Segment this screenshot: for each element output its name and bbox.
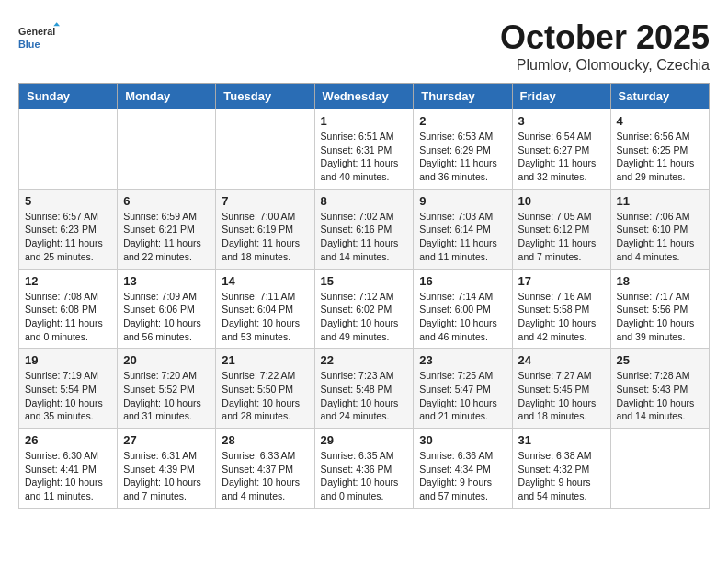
day-number: 2 bbox=[419, 114, 506, 128]
day-info: Sunrise: 6:59 AM Sunset: 6:21 PM Dayligh… bbox=[123, 210, 210, 264]
svg-text:General: General bbox=[18, 26, 55, 37]
calendar-cell: 17Sunrise: 7:16 AM Sunset: 5:58 PM Dayli… bbox=[512, 269, 610, 349]
calendar-cell: 7Sunrise: 7:00 AM Sunset: 6:19 PM Daylig… bbox=[216, 189, 314, 269]
calendar-week-row: 5Sunrise: 6:57 AM Sunset: 6:23 PM Daylig… bbox=[19, 189, 710, 269]
location-title: Plumlov, Olomoucky, Czechia bbox=[500, 57, 710, 74]
calendar-cell: 30Sunrise: 6:36 AM Sunset: 4:34 PM Dayli… bbox=[414, 429, 512, 509]
day-number: 4 bbox=[617, 114, 703, 128]
day-info: Sunrise: 7:23 AM Sunset: 5:48 PM Dayligh… bbox=[321, 369, 408, 423]
day-number: 15 bbox=[321, 274, 408, 288]
calendar-cell: 5Sunrise: 6:57 AM Sunset: 6:23 PM Daylig… bbox=[19, 189, 118, 269]
day-info: Sunrise: 7:17 AM Sunset: 5:56 PM Dayligh… bbox=[617, 290, 703, 344]
day-info: Sunrise: 6:33 AM Sunset: 4:37 PM Dayligh… bbox=[222, 449, 308, 503]
weekday-header-tuesday: Tuesday bbox=[216, 84, 314, 109]
day-info: Sunrise: 6:36 AM Sunset: 4:34 PM Dayligh… bbox=[419, 449, 506, 503]
weekday-header-friday: Friday bbox=[512, 84, 610, 109]
day-info: Sunrise: 6:57 AM Sunset: 6:23 PM Dayligh… bbox=[25, 210, 111, 264]
day-number: 8 bbox=[321, 194, 408, 208]
day-info: Sunrise: 6:38 AM Sunset: 4:32 PM Dayligh… bbox=[518, 449, 605, 503]
calendar-cell: 1Sunrise: 6:51 AM Sunset: 6:31 PM Daylig… bbox=[314, 109, 414, 190]
day-info: Sunrise: 7:14 AM Sunset: 6:00 PM Dayligh… bbox=[419, 290, 506, 344]
day-info: Sunrise: 7:16 AM Sunset: 5:58 PM Dayligh… bbox=[518, 290, 605, 344]
day-number: 6 bbox=[123, 194, 210, 208]
day-number: 22 bbox=[321, 353, 408, 367]
calendar-table: SundayMondayTuesdayWednesdayThursdayFrid… bbox=[18, 83, 710, 509]
day-number: 12 bbox=[25, 274, 111, 288]
day-number: 25 bbox=[617, 353, 703, 367]
weekday-header-sunday: Sunday bbox=[19, 84, 118, 109]
calendar-cell: 29Sunrise: 6:35 AM Sunset: 4:36 PM Dayli… bbox=[314, 429, 414, 509]
calendar-week-row: 19Sunrise: 7:19 AM Sunset: 5:54 PM Dayli… bbox=[19, 349, 710, 429]
day-info: Sunrise: 7:11 AM Sunset: 6:04 PM Dayligh… bbox=[222, 290, 308, 344]
day-info: Sunrise: 6:35 AM Sunset: 4:36 PM Dayligh… bbox=[321, 449, 408, 503]
calendar-cell: 23Sunrise: 7:25 AM Sunset: 5:47 PM Dayli… bbox=[414, 349, 512, 429]
logo: General Blue bbox=[18, 18, 64, 55]
weekday-header-wednesday: Wednesday bbox=[314, 84, 414, 109]
day-number: 29 bbox=[321, 433, 408, 447]
day-number: 14 bbox=[222, 274, 308, 288]
calendar-cell bbox=[216, 109, 314, 190]
calendar-cell: 20Sunrise: 7:20 AM Sunset: 5:52 PM Dayli… bbox=[118, 349, 216, 429]
svg-marker-2 bbox=[53, 22, 60, 26]
day-number: 27 bbox=[123, 433, 210, 447]
day-info: Sunrise: 6:31 AM Sunset: 4:39 PM Dayligh… bbox=[123, 449, 210, 503]
day-info: Sunrise: 7:09 AM Sunset: 6:06 PM Dayligh… bbox=[123, 290, 210, 344]
day-number: 28 bbox=[222, 433, 308, 447]
day-info: Sunrise: 6:54 AM Sunset: 6:27 PM Dayligh… bbox=[518, 130, 605, 184]
day-info: Sunrise: 6:51 AM Sunset: 6:31 PM Dayligh… bbox=[321, 130, 408, 184]
day-number: 16 bbox=[419, 274, 506, 288]
day-info: Sunrise: 7:03 AM Sunset: 6:14 PM Dayligh… bbox=[419, 210, 506, 264]
day-number: 18 bbox=[617, 274, 703, 288]
day-number: 24 bbox=[518, 353, 605, 367]
day-number: 7 bbox=[222, 194, 308, 208]
weekday-header-saturday: Saturday bbox=[610, 84, 709, 109]
calendar-week-row: 12Sunrise: 7:08 AM Sunset: 6:08 PM Dayli… bbox=[19, 269, 710, 349]
day-info: Sunrise: 7:08 AM Sunset: 6:08 PM Dayligh… bbox=[25, 290, 111, 344]
weekday-header-monday: Monday bbox=[118, 84, 216, 109]
day-number: 20 bbox=[123, 353, 210, 367]
day-number: 5 bbox=[25, 194, 111, 208]
calendar-cell: 10Sunrise: 7:05 AM Sunset: 6:12 PM Dayli… bbox=[512, 189, 610, 269]
calendar-cell: 25Sunrise: 7:28 AM Sunset: 5:43 PM Dayli… bbox=[610, 349, 709, 429]
calendar-cell: 31Sunrise: 6:38 AM Sunset: 4:32 PM Dayli… bbox=[512, 429, 610, 509]
calendar-cell: 13Sunrise: 7:09 AM Sunset: 6:06 PM Dayli… bbox=[118, 269, 216, 349]
calendar-cell: 28Sunrise: 6:33 AM Sunset: 4:37 PM Dayli… bbox=[216, 429, 314, 509]
day-number: 30 bbox=[419, 433, 506, 447]
day-number: 26 bbox=[25, 433, 111, 447]
weekday-header-row: SundayMondayTuesdayWednesdayThursdayFrid… bbox=[19, 84, 710, 109]
calendar-cell: 4Sunrise: 6:56 AM Sunset: 6:25 PM Daylig… bbox=[610, 109, 709, 190]
calendar-cell: 12Sunrise: 7:08 AM Sunset: 6:08 PM Dayli… bbox=[19, 269, 118, 349]
calendar-cell: 15Sunrise: 7:12 AM Sunset: 6:02 PM Dayli… bbox=[314, 269, 414, 349]
day-info: Sunrise: 7:12 AM Sunset: 6:02 PM Dayligh… bbox=[321, 290, 408, 344]
calendar-cell: 21Sunrise: 7:22 AM Sunset: 5:50 PM Dayli… bbox=[216, 349, 314, 429]
day-info: Sunrise: 6:56 AM Sunset: 6:25 PM Dayligh… bbox=[617, 130, 703, 184]
day-info: Sunrise: 7:22 AM Sunset: 5:50 PM Dayligh… bbox=[222, 369, 308, 423]
day-info: Sunrise: 7:06 AM Sunset: 6:10 PM Dayligh… bbox=[617, 210, 703, 264]
title-block: October 2025 Plumlov, Olomoucky, Czechia bbox=[500, 18, 710, 74]
calendar-cell: 8Sunrise: 7:02 AM Sunset: 6:16 PM Daylig… bbox=[314, 189, 414, 269]
day-number: 19 bbox=[25, 353, 111, 367]
month-title: October 2025 bbox=[500, 18, 710, 57]
calendar-cell: 6Sunrise: 6:59 AM Sunset: 6:21 PM Daylig… bbox=[118, 189, 216, 269]
day-info: Sunrise: 7:00 AM Sunset: 6:19 PM Dayligh… bbox=[222, 210, 308, 264]
page-header: General Blue October 2025 Plumlov, Olomo… bbox=[18, 18, 710, 74]
calendar-cell: 18Sunrise: 7:17 AM Sunset: 5:56 PM Dayli… bbox=[610, 269, 709, 349]
logo-svg: General Blue bbox=[18, 18, 64, 55]
calendar-cell bbox=[118, 109, 216, 190]
calendar-cell bbox=[19, 109, 118, 190]
calendar-week-row: 26Sunrise: 6:30 AM Sunset: 4:41 PM Dayli… bbox=[19, 429, 710, 509]
day-info: Sunrise: 7:28 AM Sunset: 5:43 PM Dayligh… bbox=[617, 369, 703, 423]
day-number: 1 bbox=[321, 114, 408, 128]
calendar-week-row: 1Sunrise: 6:51 AM Sunset: 6:31 PM Daylig… bbox=[19, 109, 710, 190]
day-info: Sunrise: 7:20 AM Sunset: 5:52 PM Dayligh… bbox=[123, 369, 210, 423]
calendar-cell: 16Sunrise: 7:14 AM Sunset: 6:00 PM Dayli… bbox=[414, 269, 512, 349]
day-number: 31 bbox=[518, 433, 605, 447]
calendar-cell: 27Sunrise: 6:31 AM Sunset: 4:39 PM Dayli… bbox=[118, 429, 216, 509]
weekday-header-thursday: Thursday bbox=[414, 84, 512, 109]
day-info: Sunrise: 7:02 AM Sunset: 6:16 PM Dayligh… bbox=[321, 210, 408, 264]
day-number: 11 bbox=[617, 194, 703, 208]
calendar-cell: 19Sunrise: 7:19 AM Sunset: 5:54 PM Dayli… bbox=[19, 349, 118, 429]
day-info: Sunrise: 6:53 AM Sunset: 6:29 PM Dayligh… bbox=[419, 130, 506, 184]
calendar-cell: 2Sunrise: 6:53 AM Sunset: 6:29 PM Daylig… bbox=[414, 109, 512, 190]
day-info: Sunrise: 7:19 AM Sunset: 5:54 PM Dayligh… bbox=[25, 369, 111, 423]
